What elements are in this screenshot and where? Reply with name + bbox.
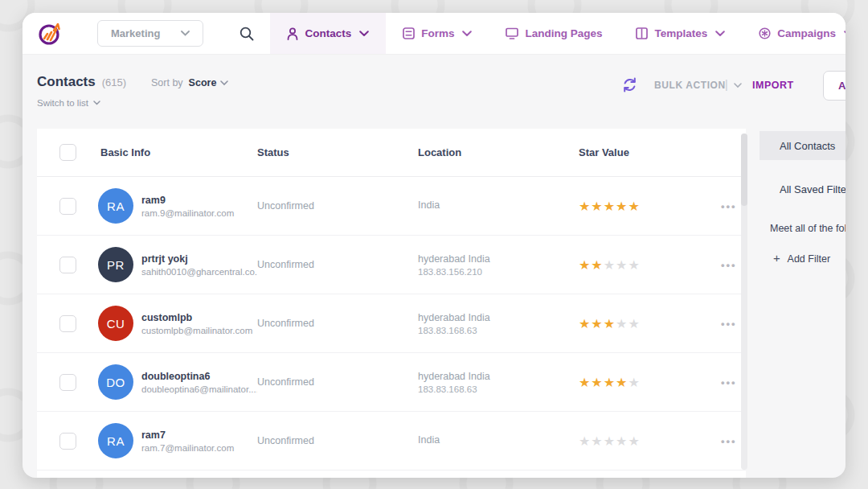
contact-row[interactable]: RA ram7 ram.7@mailinator.com Unconfirmed… (37, 412, 746, 471)
star-empty-icon[interactable]: ★ (628, 376, 640, 389)
contact-email: customlpb@mailinator.com (141, 326, 257, 335)
contact-name: ram7 (141, 429, 257, 441)
sort-dropdown[interactable]: Score (189, 77, 229, 88)
star-empty-icon[interactable]: ★ (616, 317, 628, 331)
contact-location: hyderabad India (418, 253, 579, 265)
tab-label: Campaigns (777, 27, 836, 39)
contact-status: Unconfirmed (257, 376, 418, 388)
star-empty-icon[interactable]: ★ (616, 258, 628, 272)
sidebar-item-all-contacts[interactable]: All Contacts (760, 131, 845, 160)
tab-label: Templates (654, 27, 707, 39)
switch-to-list-link[interactable]: Switch to list (37, 98, 100, 108)
star-filled-icon[interactable]: ★ (604, 199, 616, 213)
plus-icon: + (773, 251, 780, 265)
scrollbar-thumb[interactable] (741, 134, 747, 206)
workspace-selector[interactable]: Marketing (97, 20, 203, 47)
contact-row[interactable]: CU customlpb customlpb@mailinator.com Un… (37, 294, 746, 353)
contact-location: India (418, 434, 579, 446)
table-scrollbar[interactable] (741, 134, 747, 470)
person-icon (287, 27, 298, 40)
row-checkbox[interactable] (59, 315, 76, 332)
contact-avatar: CU (98, 306, 133, 341)
app-window: Marketing Contacts (23, 13, 845, 478)
star-empty-icon[interactable]: ★ (604, 434, 616, 448)
contact-row[interactable]: RA ram9 ram.9@mailinator.com Unconfirmed… (37, 177, 746, 236)
star-empty-icon[interactable]: ★ (628, 434, 640, 448)
star-filled-icon[interactable]: ★ (579, 258, 591, 272)
star-empty-icon[interactable]: ★ (579, 434, 591, 448)
search-icon (239, 26, 255, 42)
contact-location: hyderabad India (418, 371, 579, 382)
import-button[interactable]: IMPORT (752, 80, 794, 91)
row-menu-button[interactable]: ••• (719, 318, 737, 330)
contact-name: doubleoptina6 (141, 371, 257, 382)
row-menu-button[interactable]: ••• (719, 376, 737, 388)
star-filled-icon[interactable]: ★ (591, 317, 603, 331)
tab-landing-pages[interactable]: Landing Pages (489, 13, 619, 54)
star-filled-icon[interactable]: ★ (579, 317, 591, 331)
select-all-checkbox[interactable] (59, 144, 76, 161)
tab-templates[interactable]: Templates (619, 13, 742, 54)
tab-campaigns[interactable]: Campaigns (742, 13, 845, 54)
contact-row[interactable]: PR prtrjt yokj sahith0010@gharcentral.co… (37, 236, 746, 294)
chevron-down-icon (181, 31, 190, 36)
star-filled-icon[interactable]: ★ (604, 376, 616, 389)
contact-status: Unconfirmed (257, 200, 418, 212)
row-checkbox[interactable] (59, 374, 76, 391)
row-checkbox[interactable] (59, 198, 76, 215)
star-filled-icon[interactable]: ★ (591, 199, 603, 213)
star-filled-icon[interactable]: ★ (591, 376, 603, 389)
star-filled-icon[interactable]: ★ (628, 199, 640, 213)
bulk-action-dropdown[interactable]: BULK ACTION (654, 80, 742, 91)
tab-label: Forms (421, 27, 454, 39)
header-divider: | (725, 78, 728, 91)
star-filled-icon[interactable]: ★ (616, 199, 628, 213)
column-header-basic-info: Basic Info (98, 146, 257, 158)
tab-forms[interactable]: Forms (386, 13, 489, 54)
table-body: RA ram9 ram.9@mailinator.com Unconfirmed… (37, 177, 746, 471)
contact-email: doubleoptina6@mailinator.... (141, 384, 257, 394)
contact-avatar: DO (98, 364, 133, 400)
contact-status: Unconfirmed (257, 435, 418, 446)
star-filled-icon[interactable]: ★ (591, 258, 603, 272)
star-filled-icon[interactable]: ★ (616, 376, 628, 389)
row-menu-button[interactable]: ••• (719, 200, 737, 212)
target-icon (759, 27, 771, 39)
filter-condition-heading: Meet all of the following (770, 223, 845, 234)
star-rating[interactable]: ★★★★★ (579, 434, 719, 449)
chevron-down-icon (462, 31, 472, 37)
columns-icon (636, 27, 648, 39)
row-menu-button[interactable]: ••• (719, 435, 737, 447)
star-empty-icon[interactable]: ★ (628, 317, 640, 331)
tab-label: Landing Pages (525, 27, 602, 39)
app-logo[interactable] (23, 21, 76, 47)
tab-contacts[interactable]: Contacts (270, 13, 386, 54)
star-filled-icon[interactable]: ★ (579, 376, 591, 389)
contact-name: ram9 (141, 195, 257, 206)
star-filled-icon[interactable]: ★ (604, 317, 616, 331)
column-header-location: Location (418, 146, 579, 158)
contact-ip: 183.83.168.63 (418, 384, 579, 394)
star-empty-icon[interactable]: ★ (591, 434, 603, 448)
star-empty-icon[interactable]: ★ (604, 258, 616, 272)
row-checkbox[interactable] (59, 257, 76, 273)
contacts-count: (615) (102, 76, 126, 88)
star-rating[interactable]: ★★★★★ (579, 316, 719, 331)
star-rating[interactable]: ★★★★★ (579, 257, 719, 273)
star-empty-icon[interactable]: ★ (616, 434, 628, 448)
search-button[interactable] (224, 26, 269, 42)
actions-button[interactable]: Act (823, 71, 845, 101)
contact-ip: 183.83.156.210 (418, 267, 579, 277)
star-empty-icon[interactable]: ★ (628, 258, 640, 272)
sidebar-item-all-saved-filters[interactable]: All Saved Filters (780, 183, 845, 195)
chevron-down-icon (93, 101, 100, 105)
row-checkbox[interactable] (59, 433, 76, 450)
contact-row[interactable]: DO doubleoptina6 doubleoptina6@mailinato… (37, 353, 746, 412)
add-filter-button[interactable]: + Add Filter (773, 251, 830, 265)
row-menu-button[interactable]: ••• (719, 259, 737, 271)
chevron-down-icon (220, 80, 228, 86)
refresh-button[interactable] (622, 77, 637, 92)
star-filled-icon[interactable]: ★ (579, 199, 591, 213)
star-rating[interactable]: ★★★★★ (579, 199, 719, 214)
star-rating[interactable]: ★★★★★ (579, 375, 719, 390)
